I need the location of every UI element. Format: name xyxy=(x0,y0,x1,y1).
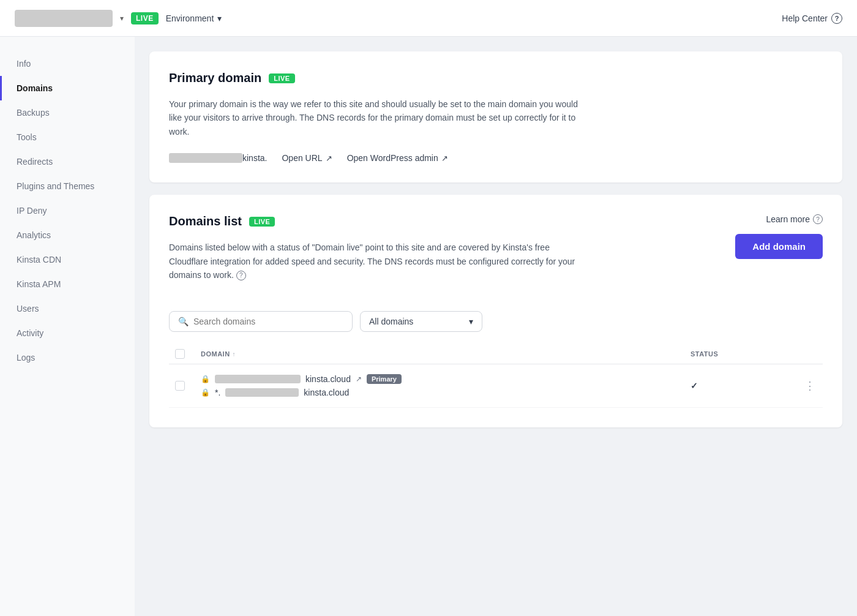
sidebar-item-analytics[interactable]: Analytics xyxy=(0,223,135,247)
sort-icon[interactable]: ↑ xyxy=(233,351,236,358)
wildcard-prefix: *. xyxy=(215,388,220,397)
sidebar-item-ip-deny[interactable]: IP Deny xyxy=(0,198,135,223)
domains-table: DOMAIN ↑ STATUS 🔒 kinsta. xyxy=(169,344,823,408)
domains-list-header-right: Learn more ? Add domain xyxy=(735,214,823,259)
open-url-label: Open URL xyxy=(282,153,322,163)
sidebar-item-tools[interactable]: Tools xyxy=(0,125,135,149)
sidebar-item-users[interactable]: Users xyxy=(0,296,135,321)
filter-label: All domains xyxy=(369,317,413,326)
search-filter-row: 🔍 All domains ▾ xyxy=(169,311,823,332)
environment-selector[interactable]: Environment ▾ xyxy=(166,13,222,23)
domain-name-blur xyxy=(215,375,301,383)
help-icon: ? xyxy=(831,13,842,24)
sidebar-item-logs[interactable]: Logs xyxy=(0,345,135,370)
sidebar-item-kinsta-cdn[interactable]: Kinsta CDN xyxy=(0,247,135,272)
add-domain-button[interactable]: Add domain xyxy=(735,234,823,259)
sidebar-item-redirects[interactable]: Redirects xyxy=(0,149,135,174)
domains-list-card: Domains list LIVE Domains listed below w… xyxy=(149,195,842,427)
environment-chevron-icon: ▾ xyxy=(217,13,222,23)
search-icon: 🔍 xyxy=(178,317,189,326)
domains-list-title-row: Domains list LIVE xyxy=(169,214,735,228)
sidebar-item-info[interactable]: Info xyxy=(0,51,135,76)
help-center-label: Help Center xyxy=(782,13,828,23)
sidebar-item-domains[interactable]: Domains xyxy=(0,76,135,100)
domain-external-link-icon[interactable]: ↗ xyxy=(356,375,362,383)
help-center-link[interactable]: Help Center ? xyxy=(782,13,842,24)
domain-suffix-text: kinsta.cloud xyxy=(305,374,351,384)
domain-row-primary: 🔒 kinsta.cloud ↗ Primary xyxy=(201,374,681,384)
primary-domain-display: kinsta. Open URL ↗ Open WordPress admin … xyxy=(169,153,823,163)
sidebar-item-kinsta-apm[interactable]: Kinsta APM xyxy=(0,272,135,296)
sidebar: Info Domains Backups Tools Redirects Plu… xyxy=(0,37,135,616)
status-check-icon: ✓ xyxy=(690,381,698,391)
row-checkbox[interactable] xyxy=(175,381,185,391)
domains-list-header-left: Domains list LIVE Domains listed below w… xyxy=(169,214,735,296)
app-logo xyxy=(15,10,113,27)
domain-cell: 🔒 kinsta.cloud ↗ Primary 🔒 *. kinsta.clo… xyxy=(201,374,681,397)
domains-list-help-icon[interactable]: ? xyxy=(236,271,246,280)
environment-label: Environment xyxy=(166,13,214,23)
lock-icon: 🔒 xyxy=(201,375,210,383)
live-environment-badge: LIVE xyxy=(131,12,159,24)
wildcard-domain-blur xyxy=(225,388,299,397)
primary-domain-description: Your primary domain is the way we refer … xyxy=(169,97,585,138)
logo-chevron-icon[interactable]: ▾ xyxy=(120,14,124,23)
sidebar-item-backups[interactable]: Backups xyxy=(0,100,135,125)
learn-more-icon: ? xyxy=(813,214,823,224)
primary-domain-title: Primary domain xyxy=(169,71,261,85)
search-box[interactable]: 🔍 xyxy=(169,311,353,332)
status-column-header: STATUS xyxy=(690,350,788,358)
table-header: DOMAIN ↑ STATUS xyxy=(169,344,823,364)
search-input[interactable] xyxy=(193,317,343,326)
lock-icon-wildcard: 🔒 xyxy=(201,388,210,397)
domain-blur xyxy=(169,153,242,163)
domain-row-wildcard: 🔒 *. kinsta.cloud xyxy=(201,388,681,397)
open-url-button[interactable]: Open URL ↗ xyxy=(282,153,332,163)
actions-cell: ⋮ xyxy=(798,379,823,393)
domains-list-title: Domains list xyxy=(169,214,242,228)
external-link-icon-wp: ↗ xyxy=(441,154,448,163)
wildcard-suffix-text: kinsta.cloud xyxy=(304,388,349,397)
row-checkbox-cell xyxy=(169,381,191,391)
primary-domain-header: Primary domain LIVE xyxy=(169,71,823,85)
open-wordpress-admin-button[interactable]: Open WordPress admin ↗ xyxy=(347,153,448,163)
main-content: Primary domain LIVE Your primary domain … xyxy=(135,37,857,616)
domains-list-description: Domains listed below with a status of "D… xyxy=(169,241,585,282)
sidebar-item-plugins-themes[interactable]: Plugins and Themes xyxy=(0,174,135,198)
table-row: 🔒 kinsta.cloud ↗ Primary 🔒 *. kinsta.clo… xyxy=(169,364,823,408)
learn-more-label: Learn more xyxy=(766,214,810,224)
filter-chevron-icon: ▾ xyxy=(469,317,473,326)
header-left: ▾ LIVE Environment ▾ xyxy=(15,10,222,27)
status-cell: ✓ xyxy=(690,381,788,391)
row-actions-menu-button[interactable]: ⋮ xyxy=(804,379,817,393)
domain-suffix: kinsta. xyxy=(242,153,267,163)
learn-more-link[interactable]: Learn more ? xyxy=(766,214,823,224)
select-all-checkbox[interactable] xyxy=(175,349,185,359)
open-wp-label: Open WordPress admin xyxy=(347,153,438,163)
primary-badge: Primary xyxy=(367,374,402,384)
top-header: ▾ LIVE Environment ▾ Help Center ? xyxy=(0,0,857,37)
domains-list-header: Domains list LIVE Domains listed below w… xyxy=(169,214,823,296)
filter-dropdown[interactable]: All domains ▾ xyxy=(360,311,482,332)
primary-domain-live-badge: LIVE xyxy=(269,73,294,83)
primary-domain-card: Primary domain LIVE Your primary domain … xyxy=(149,51,842,182)
sidebar-item-activity[interactable]: Activity xyxy=(0,321,135,345)
page-layout: Info Domains Backups Tools Redirects Plu… xyxy=(0,37,857,616)
domain-name-box: kinsta. xyxy=(169,153,267,163)
external-link-icon: ↗ xyxy=(326,154,332,163)
domains-list-live-badge: LIVE xyxy=(249,217,275,227)
domain-column-header: DOMAIN ↑ xyxy=(201,350,681,358)
select-all-checkbox-cell xyxy=(169,349,191,359)
